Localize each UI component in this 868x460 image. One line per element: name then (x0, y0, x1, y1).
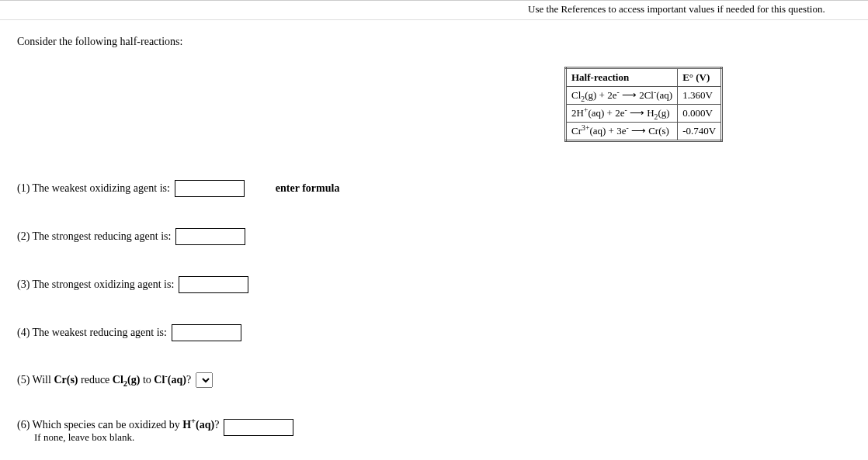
table-row: Cl2(g) + 2e- ⟶ 2Cl-(aq) 1.360V (566, 87, 722, 105)
question-1: (1) The weakest oxidizing agent is: ente… (17, 180, 852, 197)
top-bar: Use the References to access important v… (0, 0, 868, 20)
half-reaction-table: Half-reaction E° (V) Cl2(g) + 2e- ⟶ 2Cl-… (564, 67, 723, 142)
question-6: (6) Which species can be oxidized by H+(… (17, 419, 852, 444)
table-row: 2H+(aq) + 2e- ⟶ H2(g) 0.000V (566, 105, 722, 123)
potential-cell: 1.360V (678, 87, 722, 105)
question-5: (5) Will Cr(s) reduce Cl2(g) to Cl-(aq)? (17, 372, 852, 388)
q1-label: (1) The weakest oxidizing agent is: (17, 182, 170, 195)
reaction-cell: Cl2(g) + 2e- ⟶ 2Cl-(aq) (566, 87, 678, 105)
q1-hint: enter formula (276, 182, 340, 195)
q3-label: (3) The strongest oxidizing agent is: (17, 278, 174, 291)
table-row: Cr3+(aq) + 3e- ⟶ Cr(s) -0.740V (566, 123, 722, 141)
q1-input[interactable] (175, 180, 245, 197)
header-reaction: Half-reaction (566, 68, 678, 87)
reaction-cell: Cr3+(aq) + 3e- ⟶ Cr(s) (566, 123, 678, 141)
question-2: (2) The strongest reducing agent is: (17, 228, 852, 245)
q6-textblock: (6) Which species can be oxidized by H+(… (17, 419, 219, 444)
q4-label: (4) The weakest reducing agent is: (17, 327, 167, 339)
content-area: Consider the following half-reactions: H… (0, 20, 868, 460)
q6-label: (6) Which species can be oxidized by H+(… (17, 419, 219, 431)
potential-cell: -0.740V (678, 123, 722, 141)
references-note: Use the References to access important v… (528, 3, 825, 16)
reaction-cell: 2H+(aq) + 2e- ⟶ H2(g) (566, 105, 678, 123)
q6-sublabel: If none, leave box blank. (34, 431, 219, 444)
q3-input[interactable] (179, 276, 248, 293)
question-4: (4) The weakest reducing agent is: (17, 324, 852, 341)
q5-select[interactable] (196, 372, 213, 388)
q6-input[interactable] (224, 419, 293, 436)
q5-label: (5) Will Cr(s) reduce Cl2(g) to Cl-(aq)? (17, 374, 191, 386)
q4-input[interactable] (172, 324, 241, 341)
potential-cell: 0.000V (678, 105, 722, 123)
q2-label: (2) The strongest reducing agent is: (17, 230, 171, 243)
header-potential: E° (V) (678, 68, 722, 87)
table-header-row: Half-reaction E° (V) (566, 68, 722, 87)
q2-input[interactable] (175, 228, 245, 245)
half-reaction-table-wrap: Half-reaction E° (V) Cl2(g) + 2e- ⟶ 2Cl-… (564, 67, 723, 142)
question-3: (3) The strongest oxidizing agent is: (17, 276, 852, 293)
intro-text: Consider the following half-reactions: (17, 36, 852, 48)
